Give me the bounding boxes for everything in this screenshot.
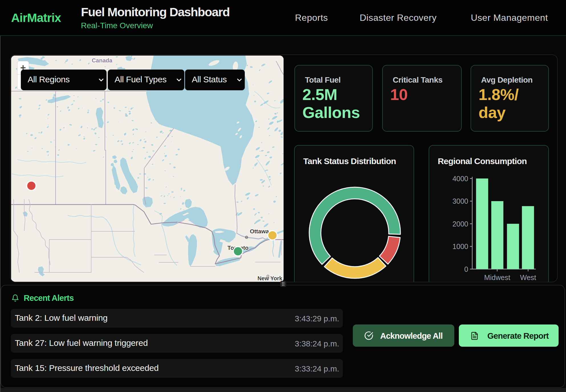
svg-text:Ottawa: Ottawa	[250, 228, 269, 234]
svg-text:West: West	[520, 273, 536, 281]
svg-text:2000: 2000	[452, 220, 468, 228]
svg-text:Midwest: Midwest	[484, 273, 510, 281]
svg-text:3000: 3000	[452, 197, 468, 205]
svg-text:0: 0	[464, 265, 468, 273]
svg-text:1000: 1000	[452, 242, 468, 250]
svg-text:New York: New York	[257, 275, 282, 281]
svg-text:4000: 4000	[452, 175, 468, 183]
svg-text:Canada: Canada	[92, 57, 113, 64]
